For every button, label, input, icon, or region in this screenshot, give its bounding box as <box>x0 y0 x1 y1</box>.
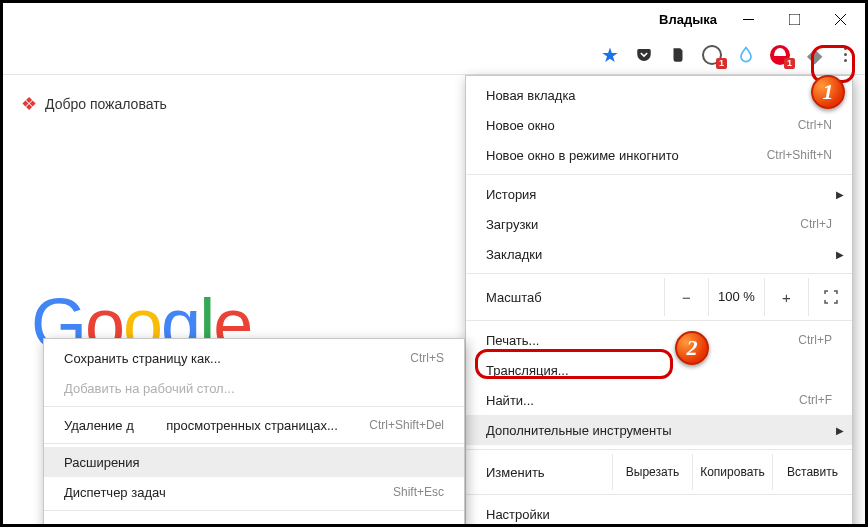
submenu-task-manager[interactable]: Диспетчер задачShift+Esc <box>44 477 464 507</box>
copy-button[interactable]: Копировать <box>692 454 772 490</box>
submenu-separator <box>44 510 464 511</box>
menu-find[interactable]: Найти...Ctrl+F <box>466 385 852 415</box>
chevron-right-icon: ▶ <box>836 425 844 436</box>
evernote-icon[interactable] <box>665 42 691 68</box>
menu-bookmarks[interactable]: Закладки▶ <box>466 239 852 269</box>
chevron-right-icon: ▶ <box>836 189 844 200</box>
menu-separator <box>466 494 852 495</box>
menu-separator <box>466 449 852 450</box>
submenu-add-desktop: Добавить на рабочий стол... <box>44 373 464 403</box>
submenu-dev-tools[interactable]: Инструменты разработчикаCtrl+Shift+I <box>44 514 464 527</box>
submenu-save-page[interactable]: Сохранить страницу как...Ctrl+S <box>44 343 464 373</box>
fullscreen-button[interactable] <box>808 278 852 316</box>
opera-badge: 1 <box>716 58 727 69</box>
menu-more-tools[interactable]: Дополнительные инструменты▶ <box>466 415 852 445</box>
submenu-clear-browsing[interactable]: Удаление д просмотренных страницах...Ctr… <box>44 410 464 440</box>
addon-icon[interactable]: ◆ <box>801 42 827 68</box>
opera-icon[interactable]: 1 <box>699 42 725 68</box>
pocket-icon[interactable] <box>631 42 657 68</box>
menu-history[interactable]: История▶ <box>466 179 852 209</box>
menu-zoom-row: Масштаб − 100 % + <box>466 278 852 316</box>
zoom-value: 100 % <box>708 278 764 316</box>
svg-rect-1 <box>789 14 800 25</box>
submenu-separator <box>44 406 464 407</box>
menu-separator <box>466 174 852 175</box>
close-button[interactable] <box>817 3 863 35</box>
menu-downloads[interactable]: ЗагрузкиCtrl+J <box>466 209 852 239</box>
svg-rect-0 <box>743 19 754 20</box>
more-tools-submenu: Сохранить страницу как...Ctrl+S Добавить… <box>43 338 465 527</box>
opera-red-icon[interactable]: 1 <box>767 42 793 68</box>
window-titlebar: Владыка <box>3 3 865 35</box>
menu-separator <box>466 273 852 274</box>
main-menu: Новая вкладка Новое окноCtrl+N Новое окн… <box>465 75 853 527</box>
zoom-label: Масштаб <box>486 290 664 305</box>
chevron-right-icon: ▶ <box>836 249 844 260</box>
menu-separator <box>466 320 852 321</box>
bookmark-star-icon[interactable]: ★ <box>597 42 623 68</box>
zoom-in-button[interactable]: + <box>764 278 808 316</box>
menu-settings[interactable]: Настройки <box>466 499 852 527</box>
zoom-out-button[interactable]: − <box>664 278 708 316</box>
opera-red-badge: 1 <box>784 58 795 69</box>
user-label: Владыка <box>659 12 717 27</box>
submenu-separator <box>44 443 464 444</box>
welcome-text: Добро пожаловать <box>45 96 167 112</box>
paste-button[interactable]: Вставить <box>772 454 852 490</box>
welcome-icon: ❖ <box>21 93 37 115</box>
menu-cast[interactable]: Трансляция... <box>466 355 852 385</box>
cut-button[interactable]: Вырезать <box>612 454 692 490</box>
maximize-button[interactable] <box>771 3 817 35</box>
menu-edit-row: Изменить Вырезать Копировать Вставить <box>466 454 852 490</box>
welcome-strip: ❖ Добро пожаловать <box>21 93 167 115</box>
menu-incognito[interactable]: Новое окно в режиме инкогнитоCtrl+Shift+… <box>466 140 852 170</box>
edit-label: Изменить <box>486 465 612 480</box>
browser-toolbar: ★ 1 1 ◆ <box>3 35 865 75</box>
minimize-button[interactable] <box>725 3 771 35</box>
menu-print[interactable]: Печать...Ctrl+P <box>466 325 852 355</box>
submenu-extensions[interactable]: Расширения <box>44 447 464 477</box>
menu-new-window[interactable]: Новое окноCtrl+N <box>466 110 852 140</box>
menu-button[interactable] <box>831 41 859 69</box>
drop-icon[interactable] <box>733 42 759 68</box>
menu-new-tab[interactable]: Новая вкладка <box>466 80 852 110</box>
